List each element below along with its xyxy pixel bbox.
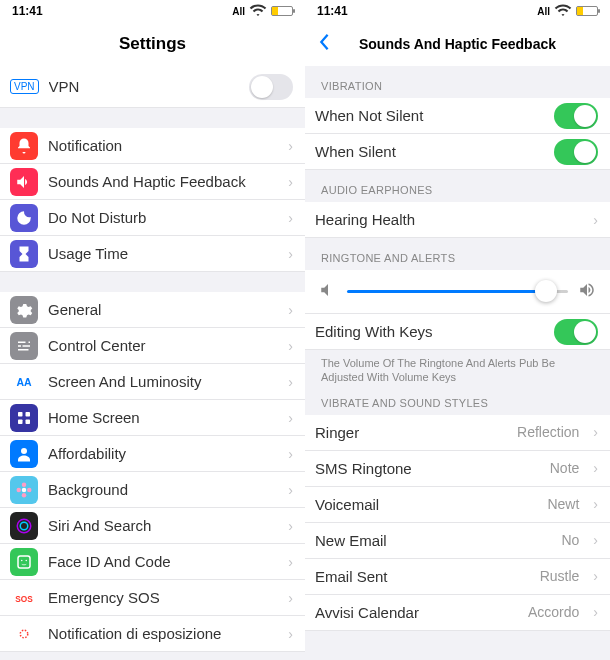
chevron-icon: › xyxy=(288,338,293,354)
section-vibration: VIBRATION xyxy=(305,66,610,98)
section-audio: AUDIO EARPHONES xyxy=(305,170,610,202)
chevron-icon: › xyxy=(288,554,293,570)
when-silent-toggle[interactable] xyxy=(554,139,598,165)
speaker-high-icon xyxy=(578,281,596,303)
settings-row-do-not-disturb[interactable]: Do Not Disturb› xyxy=(0,200,305,236)
editing-keys-row[interactable]: Editing With Keys xyxy=(305,314,610,350)
row-label: Notification di esposizione xyxy=(48,625,274,642)
row-label: New Email xyxy=(315,532,551,549)
person-icon xyxy=(10,440,38,468)
chevron-icon: › xyxy=(288,446,293,462)
svg-point-10 xyxy=(27,487,32,492)
status-time: 11:41 xyxy=(317,4,348,18)
hourglass-icon xyxy=(10,240,38,268)
settings-row-face-id-and-code[interactable]: Face ID And Code› xyxy=(0,544,305,580)
page-title: Settings xyxy=(119,34,186,54)
row-label: Editing With Keys xyxy=(315,323,544,340)
when-silent-row[interactable]: When Silent xyxy=(305,134,610,170)
gear-icon xyxy=(10,296,38,324)
svg-point-6 xyxy=(22,487,27,492)
svg-rect-13 xyxy=(18,556,30,568)
row-label: Hearing Health xyxy=(315,211,579,228)
row-label: Notification xyxy=(48,137,274,154)
status-right: All xyxy=(537,1,598,21)
svg-text:AA: AA xyxy=(16,375,32,387)
chevron-icon: › xyxy=(593,532,598,548)
section-styles: VIBRATE AND SOUND STYLES xyxy=(305,391,610,415)
exposure-icon xyxy=(10,620,38,648)
volume-slider[interactable] xyxy=(347,290,568,293)
settings-row-screen-and-luminosity[interactable]: AAScreen And Luminosity› xyxy=(0,364,305,400)
row-label: Screen And Luminosity xyxy=(48,373,274,390)
chevron-icon: › xyxy=(288,410,293,426)
style-row-email-sent[interactable]: Email SentRustle› xyxy=(305,559,610,595)
row-label: Face ID And Code xyxy=(48,553,274,570)
settings-group-1: Notification›Sounds And Haptic Feedback›… xyxy=(0,128,305,272)
row-label: When Silent xyxy=(315,143,544,160)
row-label: Avvisi Calendar xyxy=(315,604,518,621)
settings-screen: 11:41 All Settings VPN VPN Notification›… xyxy=(0,0,305,660)
vpn-toggle[interactable] xyxy=(249,74,293,100)
svg-point-14 xyxy=(21,559,23,561)
settings-row-home-screen[interactable]: Home Screen› xyxy=(0,400,305,436)
sos-icon: SOS xyxy=(10,584,38,612)
chevron-icon: › xyxy=(593,424,598,440)
when-not-silent-row[interactable]: When Not Silent xyxy=(305,98,610,134)
header-right: Sounds And Haptic Feedback xyxy=(305,22,610,66)
chevron-icon: › xyxy=(288,302,293,318)
settings-row-notification[interactable]: Notification› xyxy=(0,128,305,164)
svg-rect-3 xyxy=(18,419,23,424)
row-detail: Reflection xyxy=(517,424,579,440)
chevron-icon: › xyxy=(593,460,598,476)
settings-row-notification-di-esposizione[interactable]: Notification di esposizione› xyxy=(0,616,305,652)
style-row-avvisi-calendar[interactable]: Avvisi CalendarAccordo› xyxy=(305,595,610,631)
svg-point-9 xyxy=(17,487,22,492)
status-right: All xyxy=(232,1,293,21)
settings-row-background[interactable]: Background› xyxy=(0,472,305,508)
row-label: Sounds And Haptic Feedback xyxy=(48,173,274,190)
bell-icon xyxy=(10,132,38,160)
editing-keys-toggle[interactable] xyxy=(554,319,598,345)
svg-text:SOS: SOS xyxy=(15,594,33,603)
status-carrier: All xyxy=(232,6,245,17)
settings-group-2: General›Control Center›AAScreen And Lumi… xyxy=(0,292,305,652)
settings-row-general[interactable]: General› xyxy=(0,292,305,328)
grid-icon xyxy=(10,404,38,432)
settings-row-sounds-and-haptic-feedback[interactable]: Sounds And Haptic Feedback› xyxy=(0,164,305,200)
row-label: Email Sent xyxy=(315,568,530,585)
speaker-low-icon xyxy=(319,281,337,303)
vpn-row[interactable]: VPN VPN xyxy=(0,66,305,108)
style-row-new-email[interactable]: New EmailNo› xyxy=(305,523,610,559)
settings-row-usage-time[interactable]: Usage Time› xyxy=(0,236,305,272)
style-row-voicemail[interactable]: VoicemailNewt› xyxy=(305,487,610,523)
svg-point-12 xyxy=(20,522,28,530)
hearing-health-row[interactable]: Hearing Health › xyxy=(305,202,610,238)
back-button[interactable] xyxy=(315,31,333,57)
row-label: Ringer xyxy=(315,424,507,441)
when-not-silent-toggle[interactable] xyxy=(554,103,598,129)
svg-rect-2 xyxy=(26,412,31,417)
header-left: Settings xyxy=(0,22,305,66)
style-row-sms-ringtone[interactable]: SMS RingtoneNote› xyxy=(305,451,610,487)
settings-row-affordability[interactable]: Affordability› xyxy=(0,436,305,472)
battery-icon xyxy=(271,6,293,16)
chevron-icon: › xyxy=(288,246,293,262)
aa-icon: AA xyxy=(10,368,38,396)
row-label: SMS Ringtone xyxy=(315,460,540,477)
chevron-icon: › xyxy=(288,210,293,226)
battery-icon xyxy=(576,6,598,16)
svg-point-11 xyxy=(17,519,31,533)
settings-row-siri-and-search[interactable]: Siri And Search› xyxy=(0,508,305,544)
chevron-icon: › xyxy=(593,568,598,584)
chevron-icon: › xyxy=(593,496,598,512)
vpn-badge: VPN xyxy=(10,79,39,94)
style-row-ringer[interactable]: RingerReflection› xyxy=(305,415,610,451)
settings-row-emergency-sos[interactable]: SOSEmergency SOS› xyxy=(0,580,305,616)
row-label: Usage Time xyxy=(48,245,274,262)
row-label: Control Center xyxy=(48,337,274,354)
settings-row-control-center[interactable]: Control Center› xyxy=(0,328,305,364)
row-label: Affordability xyxy=(48,445,274,462)
row-detail: Newt xyxy=(547,496,579,512)
volume-slider-row[interactable] xyxy=(305,270,610,314)
row-label: Background xyxy=(48,481,274,498)
